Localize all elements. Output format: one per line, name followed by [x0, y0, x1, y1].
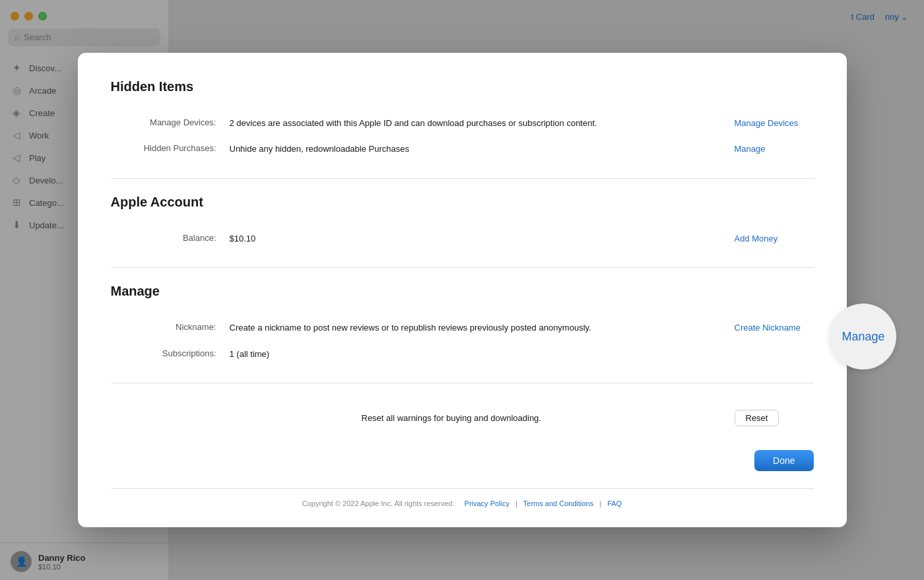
- copyright-text: Copyright © 2022 Apple Inc. All rights r…: [302, 499, 455, 507]
- subscriptions-value: 1 (all time): [230, 348, 721, 361]
- balance-row: Balance: $10.10 Add Money: [111, 226, 814, 252]
- add-money-action-cell: Add Money: [721, 232, 814, 244]
- faq-link[interactable]: FAQ: [607, 499, 622, 507]
- subscriptions-row: Subscriptions: 1 (all time): [111, 341, 814, 368]
- create-nickname-button[interactable]: Create Nickname: [735, 323, 801, 333]
- hidden-purchases-label: Hidden Purchases:: [111, 143, 230, 153]
- manage-subscriptions-circle-button[interactable]: Manage: [830, 304, 896, 370]
- manage-devices-description: 2 devices are associated with this Apple…: [230, 117, 721, 130]
- done-row: Done: [111, 437, 814, 478]
- subscriptions-label: Subscriptions:: [111, 348, 230, 358]
- manage-devices-row: Manage Devices: 2 devices are associated…: [111, 110, 814, 137]
- apple-account-section: Apple Account Balance: $10.10 Add Money: [111, 195, 814, 252]
- modal-overlay: Hidden Items Manage Devices: 2 devices a…: [0, 0, 924, 580]
- balance-value: $10.10: [230, 232, 721, 245]
- reset-action-cell: Reset: [721, 410, 814, 426]
- nickname-label: Nickname:: [111, 321, 230, 332]
- manage-devices-label: Manage Devices:: [111, 117, 230, 127]
- reset-description: Reset all warnings for buying and downlo…: [230, 412, 721, 425]
- divider-3: [111, 383, 814, 383]
- manage-hidden-purchases-button[interactable]: Manage: [735, 144, 766, 154]
- add-money-button[interactable]: Add Money: [735, 234, 778, 243]
- footer: Copyright © 2022 Apple Inc. All rights r…: [111, 488, 814, 507]
- hidden-purchases-action-cell: Manage: [721, 143, 814, 154]
- divider-2: [111, 267, 814, 268]
- reset-row: Reset all warnings for buying and downlo…: [111, 399, 814, 437]
- manage-devices-button[interactable]: Manage Devices: [735, 118, 799, 128]
- nickname-description: Create a nickname to post new reviews or…: [230, 321, 721, 335]
- manage-section: Manage Nickname: Create a nickname to po…: [111, 284, 814, 367]
- account-settings-modal: Hidden Items Manage Devices: 2 devices a…: [78, 53, 847, 528]
- balance-label: Balance:: [111, 232, 230, 243]
- hidden-items-title: Hidden Items: [111, 79, 814, 94]
- done-button[interactable]: Done: [754, 450, 813, 471]
- divider-1: [111, 178, 814, 179]
- manage-devices-action-cell: Manage Devices: [721, 117, 814, 129]
- reset-button[interactable]: Reset: [735, 410, 779, 426]
- nickname-row: Nickname: Create a nickname to post new …: [111, 315, 814, 341]
- terms-link[interactable]: Terms and Conditions: [523, 499, 593, 507]
- manage-circle-label: Manage: [842, 330, 884, 344]
- apple-account-title: Apple Account: [111, 195, 814, 210]
- hidden-purchases-row: Hidden Purchases: Unhide any hidden, red…: [111, 136, 814, 162]
- create-nickname-action-cell: Create Nickname: [721, 321, 814, 333]
- privacy-policy-link[interactable]: Privacy Policy: [465, 499, 510, 507]
- hidden-items-section: Hidden Items Manage Devices: 2 devices a…: [111, 79, 814, 162]
- manage-title: Manage: [111, 284, 814, 299]
- hidden-purchases-description: Unhide any hidden, redownloadable Purcha…: [230, 143, 721, 156]
